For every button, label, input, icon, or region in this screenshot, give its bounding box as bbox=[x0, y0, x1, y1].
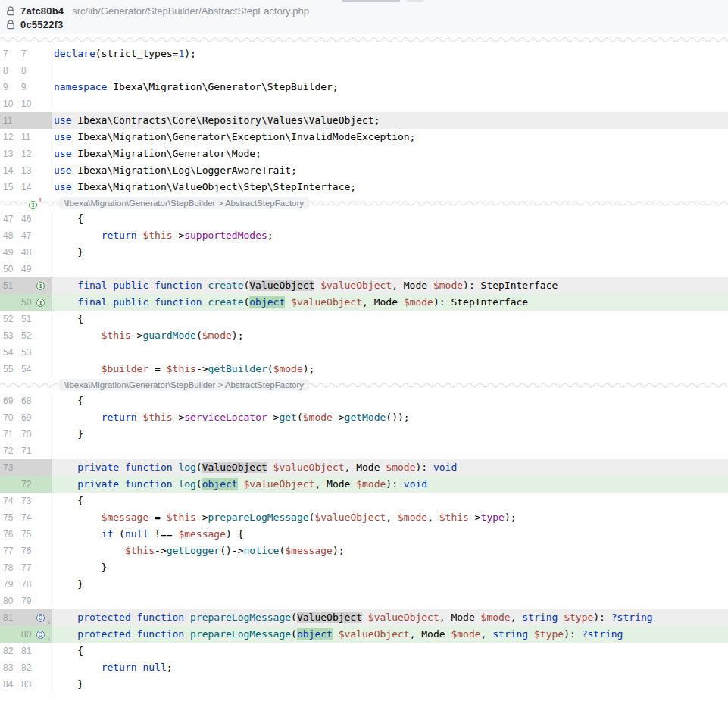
new-line-number: 52 bbox=[18, 327, 36, 344]
gutter-icon-slot bbox=[36, 559, 52, 576]
code-line[interactable]: namespace Ibexa\Migration\Generator\Step… bbox=[52, 79, 728, 95]
line-number-gutter: 7675 bbox=[0, 526, 52, 543]
code-line[interactable]: use Ibexa\Contracts\Core\Repository\Valu… bbox=[52, 112, 728, 129]
gutter-icon-slot bbox=[36, 409, 52, 426]
old-line-number: 54 bbox=[0, 344, 18, 361]
code-line[interactable]: protected function prepareLogMessage(Val… bbox=[52, 609, 728, 626]
code-line[interactable]: $this->getLogger()->notice($message); bbox=[52, 543, 728, 559]
code-line[interactable]: { bbox=[52, 211, 728, 227]
code-line[interactable]: { bbox=[52, 643, 728, 659]
old-line-number: 72 bbox=[0, 443, 18, 459]
code-line[interactable] bbox=[52, 62, 728, 79]
code-line[interactable]: final public function create(object $val… bbox=[52, 294, 728, 311]
code-line[interactable]: use Ibexa\Migration\Log\LoggerAwareTrait… bbox=[52, 162, 728, 179]
old-line-number: 78 bbox=[0, 559, 18, 576]
implementing-method-icon[interactable]: I↑ bbox=[36, 281, 46, 291]
code-line[interactable]: { bbox=[52, 493, 728, 509]
line-number-gutter: 7877 bbox=[0, 559, 52, 576]
diff-line: 5453 bbox=[0, 344, 728, 361]
breadcrumb-label[interactable]: \Ibexa\Migration\Generator\StepBuilder >… bbox=[59, 197, 309, 209]
code-line[interactable]: $message = $this->prepareLogMessage($val… bbox=[52, 509, 728, 526]
new-line-number: 50 bbox=[18, 294, 36, 311]
diff-line: 8483 } bbox=[0, 676, 728, 693]
diff-line: 7776 $this->getLogger()->notice($message… bbox=[0, 543, 728, 559]
old-line-number: 82 bbox=[0, 643, 18, 659]
code-line[interactable]: } bbox=[52, 244, 728, 261]
gutter-icon-slot bbox=[36, 393, 52, 409]
diff-line: 7978 } bbox=[0, 576, 728, 593]
gutter-icon-slot bbox=[36, 311, 52, 327]
diff-editor[interactable]: 77declare(strict_types=1);8899namespace … bbox=[0, 45, 728, 693]
code-line[interactable]: use Ibexa\Migration\ValueObject\Step\Ste… bbox=[52, 179, 728, 196]
breadcrumb-label[interactable]: \Ibexa\Migration\Generator\StepBuilder >… bbox=[59, 379, 309, 391]
line-number-gutter: 5554 bbox=[0, 361, 52, 377]
code-line[interactable]: protected function prepareLogMessage(obj… bbox=[52, 626, 728, 643]
code-line[interactable] bbox=[52, 593, 728, 609]
diff-line-added: 80↓ protected function prepareLogMessage… bbox=[0, 626, 728, 643]
diff-line: 8382 return null; bbox=[0, 659, 728, 676]
overriding-method-icon[interactable]: ↓ bbox=[36, 630, 46, 640]
gutter-icon-slot bbox=[36, 459, 52, 476]
line-number-gutter: 11 bbox=[0, 112, 52, 129]
old-line-number: 10 bbox=[0, 95, 18, 112]
gutter-icon-slot: ↓ bbox=[36, 626, 52, 643]
line-number-gutter: 7069 bbox=[0, 409, 52, 426]
diff-line-added: 50I↑ final public function create(object… bbox=[0, 294, 728, 311]
implementing-method-icon[interactable]: I↑ bbox=[36, 298, 46, 308]
code-line[interactable]: private function log(ValueObject $valueO… bbox=[52, 459, 728, 476]
new-line-number: 82 bbox=[18, 659, 36, 676]
diff-line: 5352 $this->guardMode($mode); bbox=[0, 327, 728, 344]
line-number-gutter: 6968 bbox=[0, 393, 52, 409]
code-line[interactable]: $builder = $this->getBuilder($mode); bbox=[52, 361, 728, 377]
code-line[interactable] bbox=[52, 261, 728, 277]
collapsed-region-separator[interactable]: \Ibexa\Migration\Generator\StepBuilder >… bbox=[0, 377, 728, 393]
new-line-number bbox=[18, 459, 36, 476]
gutter-icon-slot bbox=[36, 162, 52, 179]
old-line-number: 7 bbox=[0, 45, 18, 62]
code-line[interactable]: } bbox=[52, 559, 728, 576]
code-line[interactable]: declare(strict_types=1); bbox=[52, 45, 728, 62]
old-line-number: 83 bbox=[0, 659, 18, 676]
commit-hash-new: 0c5522f3 bbox=[20, 19, 64, 30]
code-line[interactable]: $this->guardMode($mode); bbox=[52, 327, 728, 344]
diff-line: 5251 { bbox=[0, 311, 728, 327]
code-line[interactable]: } bbox=[52, 426, 728, 443]
code-line[interactable]: } bbox=[52, 576, 728, 593]
old-line-number: 47 bbox=[0, 211, 18, 227]
implementing-method-icon[interactable]: I↑ bbox=[29, 200, 39, 210]
code-line[interactable]: use Ibexa\Migration\Generator\Mode; bbox=[52, 146, 728, 162]
line-number-gutter: 4746 bbox=[0, 211, 52, 227]
code-line[interactable]: return $this->serviceLocator->get($mode-… bbox=[52, 409, 728, 426]
gutter-icon-slot bbox=[36, 426, 52, 443]
diff-header: 7afc80b4 src/lib/Generator/StepBuilder/A… bbox=[0, 0, 728, 34]
code-line[interactable]: if (null !== $message) { bbox=[52, 526, 728, 543]
gutter-icon-slot bbox=[36, 659, 52, 676]
collapsed-region-separator[interactable]: I↑\Ibexa\Migration\Generator\StepBuilder… bbox=[0, 196, 728, 211]
code-line[interactable] bbox=[52, 344, 728, 361]
new-line-number: 79 bbox=[18, 593, 36, 609]
code-line[interactable]: return null; bbox=[52, 659, 728, 676]
old-line-number: 79 bbox=[0, 576, 18, 593]
code-line[interactable] bbox=[52, 95, 728, 112]
code-line[interactable]: return $this->supportedModes; bbox=[52, 227, 728, 244]
separator-icon-holder: I↑ bbox=[27, 198, 40, 210]
code-line[interactable]: { bbox=[52, 311, 728, 327]
code-line[interactable]: final public function create(ValueObject… bbox=[52, 277, 728, 294]
old-line-number: 73 bbox=[0, 459, 18, 476]
code-line[interactable]: private function log(object $valueObject… bbox=[52, 476, 728, 493]
overriding-method-icon[interactable]: ↓ bbox=[36, 613, 46, 623]
line-number-gutter: 51I↑ bbox=[0, 277, 52, 294]
new-line-number: 69 bbox=[18, 409, 36, 426]
gutter-icon-slot bbox=[36, 676, 52, 693]
code-line[interactable]: } bbox=[52, 676, 728, 693]
old-line-number: 76 bbox=[0, 526, 18, 543]
gutter-icon-slot bbox=[36, 344, 52, 361]
code-line[interactable] bbox=[52, 443, 728, 459]
new-line-number: 49 bbox=[18, 261, 36, 277]
diff-line: 5049 bbox=[0, 261, 728, 277]
new-line-number: 81 bbox=[18, 643, 36, 659]
code-line[interactable]: use Ibexa\Migration\Generator\Exception\… bbox=[52, 129, 728, 146]
new-line-number: 74 bbox=[18, 509, 36, 526]
code-line[interactable]: { bbox=[52, 393, 728, 409]
old-line-number: 50 bbox=[0, 261, 18, 277]
